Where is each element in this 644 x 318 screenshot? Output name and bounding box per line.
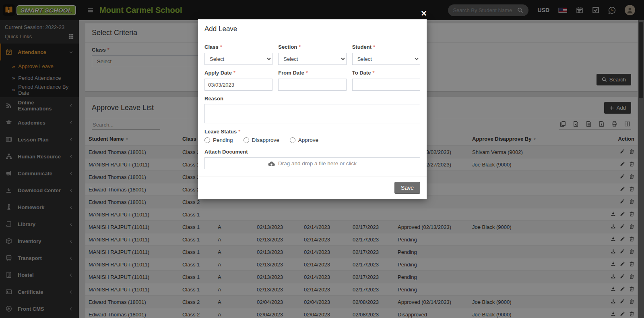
add-leave-modal: × Add Leave Class Select Section Select … [198,19,427,199]
section-label: Section [278,44,346,50]
cloud-upload-icon [268,160,275,166]
modal-close-icon[interactable]: × [421,8,427,18]
leave-status-option-approve[interactable]: Approve [290,137,318,143]
reason-textarea[interactable] [204,104,420,123]
from-date-label: From Date [278,70,346,76]
modal-title: Add Leave [204,25,237,33]
save-button[interactable]: Save [394,182,420,194]
to-date-input[interactable] [352,79,420,91]
leave-status-option-pending[interactable]: Pending [204,137,233,143]
disapprove-radio[interactable] [244,137,249,143]
student-select[interactable]: Select [352,53,420,65]
class-label: Class [204,44,272,50]
apply-date-input[interactable] [204,79,272,91]
leave-status-option-disapprove[interactable]: Disapprove [244,137,279,143]
attach-document-label: Attach Document [204,149,420,155]
from-date-input[interactable] [278,79,346,91]
vertical-scrollbar[interactable] [638,20,644,318]
class-select[interactable]: Select [204,53,272,65]
pending-radio[interactable] [204,137,210,143]
approve-radio[interactable] [290,137,295,143]
file-dropzone[interactable]: Drag and drop a file here or click [204,157,420,169]
reason-label: Reason [204,96,420,102]
to-date-label: To Date [352,70,420,76]
leave-status-label: Leave Status [204,129,420,135]
section-select[interactable]: Select [278,53,346,65]
student-label: Student [352,44,420,50]
dropzone-text: Drag and drop a file here or click [278,160,357,166]
apply-date-label: Apply Date [204,70,272,76]
scrollbar-thumb[interactable] [639,22,643,98]
